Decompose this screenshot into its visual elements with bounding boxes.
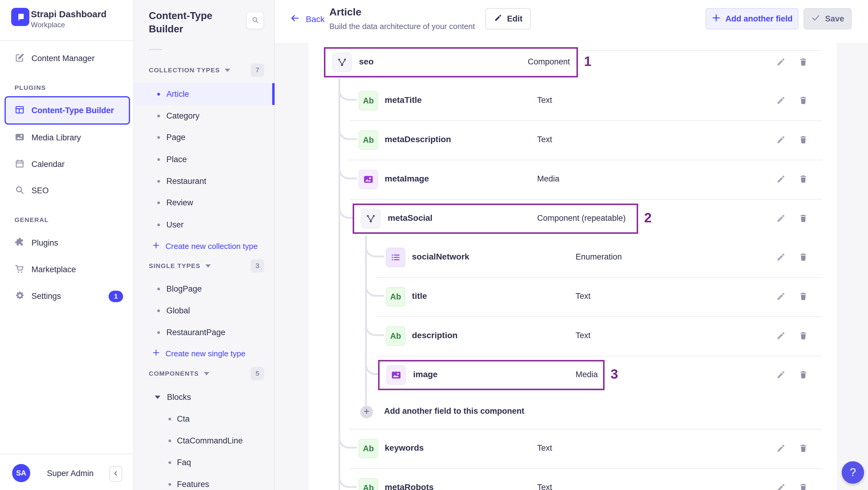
- create-collection-type-link[interactable]: Create new collection type: [152, 241, 258, 251]
- subnav-item-Faq[interactable]: Faq: [134, 452, 275, 473]
- add-field-to-component-button[interactable]: [360, 406, 373, 418]
- delete-field-button[interactable]: [799, 443, 809, 454]
- collapse-sidebar-button[interactable]: [110, 466, 122, 482]
- subnav-item-label: Category: [166, 111, 199, 121]
- sidebar-item-media-library[interactable]: Media Library: [14, 131, 81, 144]
- subnav-item-RestaurantPage[interactable]: RestaurantPage: [134, 321, 275, 343]
- ab-glyph: Ab: [390, 292, 401, 302]
- components-group-blocks[interactable]: Blocks: [155, 393, 191, 402]
- bullet-icon: [168, 439, 171, 442]
- annotation-number: 1: [584, 54, 591, 69]
- edit-field-button[interactable]: [776, 96, 786, 106]
- field-name: metaRobots: [385, 483, 434, 490]
- subnav-item-Restaurant[interactable]: Restaurant: [134, 170, 275, 192]
- add-another-field-button[interactable]: Add another field: [706, 8, 799, 29]
- annotation-number: 2: [644, 210, 651, 225]
- subnav-item-label: CtaCommandLine: [177, 436, 243, 446]
- search-icon: [251, 16, 259, 25]
- delete-field-button[interactable]: [799, 96, 809, 106]
- save-button[interactable]: Save: [804, 8, 852, 29]
- component-icon: [361, 209, 380, 228]
- bullet-icon: [157, 93, 160, 96]
- create-single-type-link[interactable]: Create new single type: [152, 348, 245, 359]
- bullet-icon: [157, 158, 160, 161]
- ab-glyph: Ab: [363, 444, 374, 453]
- delete-field-button[interactable]: [799, 252, 809, 263]
- page-title: Article: [329, 6, 362, 18]
- subnav-item-Cta[interactable]: Cta: [134, 408, 275, 430]
- subnav-item-label: BlogPage: [166, 284, 202, 294]
- subnav-item-label: Global: [166, 306, 190, 315]
- delete-field-button[interactable]: [799, 57, 809, 67]
- edit-field-button[interactable]: [776, 331, 786, 341]
- back-link[interactable]: Back: [289, 13, 324, 25]
- subnav-item-Global[interactable]: Global: [134, 300, 275, 321]
- subnav-item-CtaCommandLine[interactable]: CtaCommandLine: [134, 430, 275, 452]
- single-types-header[interactable]: SINGLE TYPES: [149, 262, 211, 270]
- sidebar-item-label: Plugins: [31, 238, 58, 248]
- subnav-item-User[interactable]: User: [134, 214, 275, 236]
- add-another-field-label: Add another field: [725, 14, 793, 24]
- delete-field-button[interactable]: [799, 214, 809, 224]
- cart-icon: [14, 264, 25, 275]
- subnav-item-label: Faq: [177, 458, 191, 467]
- enumeration-icon: [386, 248, 405, 267]
- edit-field-button[interactable]: [776, 252, 786, 263]
- sidebar-item-settings[interactable]: Settings: [14, 289, 61, 303]
- delete-field-button[interactable]: [799, 370, 809, 380]
- subnav-item-label: Place: [166, 155, 187, 164]
- sidebar-item-label: Media Library: [31, 133, 81, 143]
- strapi-logo-icon: [11, 8, 29, 26]
- app-title: Strapi Dashboard: [31, 9, 106, 19]
- general-section-label: GENERAL: [14, 216, 49, 223]
- text-icon: Ab: [359, 91, 378, 111]
- delete-field-button[interactable]: [799, 135, 809, 145]
- components-header[interactable]: COMPONENTS: [149, 369, 209, 378]
- edit-field-button[interactable]: [776, 443, 786, 454]
- subnav-item-BlogPage[interactable]: BlogPage: [134, 278, 275, 300]
- help-button[interactable]: ?: [842, 461, 864, 484]
- edit-field-button[interactable]: [776, 174, 786, 184]
- edit-field-button[interactable]: [776, 370, 786, 380]
- sidebar-item-seo[interactable]: SEO: [14, 184, 49, 197]
- components-count: 5: [251, 367, 264, 380]
- subnav-item-Category[interactable]: Category: [134, 105, 275, 127]
- components-label: COMPONENTS: [149, 370, 199, 377]
- subnav-item-Place[interactable]: Place: [134, 149, 275, 170]
- user-divider: [0, 454, 134, 454]
- edit-field-button[interactable]: [776, 483, 786, 490]
- sidebar-item-plugins[interactable]: Plugins: [14, 236, 58, 249]
- add-field-to-component-label[interactable]: Add another field to this component: [384, 406, 524, 416]
- sidebar-item-calendar[interactable]: Calendar: [14, 158, 65, 171]
- edit-field-button[interactable]: [776, 214, 786, 224]
- edit-button[interactable]: Edit: [486, 8, 531, 29]
- collection-types-count: 7: [251, 63, 264, 77]
- back-label: Back: [306, 14, 324, 24]
- sidebar-item-marketplace[interactable]: Marketplace: [14, 263, 76, 276]
- subnav-item-Page[interactable]: Page: [134, 126, 275, 148]
- ab-glyph: Ab: [363, 135, 374, 145]
- delete-field-button[interactable]: [799, 292, 809, 302]
- subnav-search-button[interactable]: [247, 12, 264, 29]
- edit-field-button[interactable]: [776, 292, 786, 302]
- delete-field-button[interactable]: [799, 483, 809, 490]
- subnav-item-Features[interactable]: Features: [134, 473, 275, 490]
- edit-field-button[interactable]: [776, 57, 786, 67]
- sidebar-item-content-manager[interactable]: Content Manager: [14, 52, 95, 65]
- bullet-icon: [157, 288, 160, 290]
- collection-types-header[interactable]: COLLECTION TYPES: [149, 66, 230, 74]
- field-type: Enumeration: [576, 252, 622, 262]
- delete-field-button[interactable]: [799, 331, 809, 341]
- subnav-item-label: Features: [177, 480, 209, 489]
- subnav-item-Review[interactable]: Review: [134, 192, 275, 214]
- sidebar-item-content-type-builder[interactable]: Content-Type Builder: [4, 96, 130, 125]
- media-icon: [359, 170, 378, 189]
- edit-field-button[interactable]: [776, 135, 786, 145]
- pen-write-icon: [14, 53, 25, 64]
- field-type: Text: [576, 292, 591, 301]
- chevron-down-icon: [155, 396, 160, 399]
- subnav-item-Article[interactable]: Article: [134, 83, 275, 105]
- avatar[interactable]: SA: [12, 464, 30, 482]
- delete-field-button[interactable]: [799, 174, 809, 184]
- subnav-item-label: Article: [166, 90, 189, 99]
